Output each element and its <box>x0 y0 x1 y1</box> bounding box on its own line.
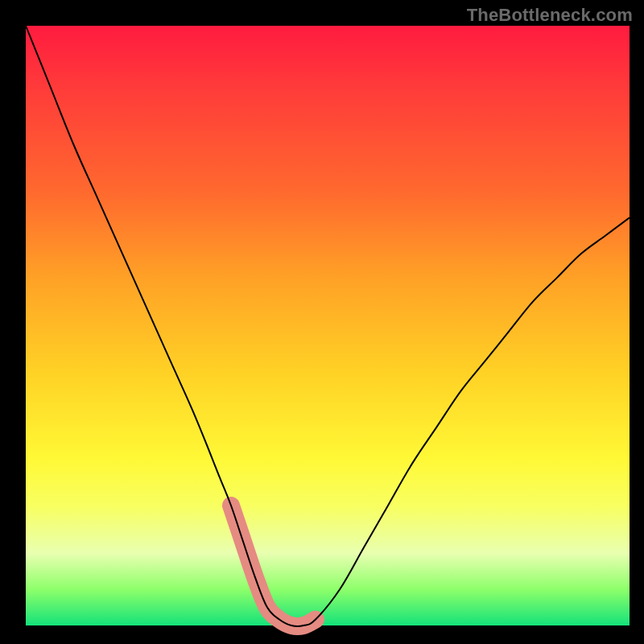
plot-area <box>26 26 630 625</box>
curve-svg <box>26 26 630 625</box>
highlight-band-path <box>231 506 316 626</box>
watermark-text: TheBottleneck.com <box>467 5 633 26</box>
outer-frame: TheBottleneck.com <box>0 0 644 644</box>
bottleneck-curve-path <box>26 26 630 626</box>
